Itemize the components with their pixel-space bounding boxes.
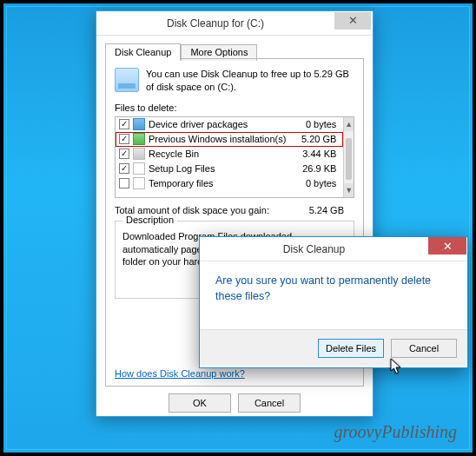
list-item-size: 0 bytes: [289, 119, 340, 129]
watermark: groovyPublishing: [334, 422, 457, 442]
scroll-up-button[interactable]: ▲: [344, 117, 354, 131]
list-item[interactable]: ✓Previous Windows installation(s)5.20 GB: [116, 132, 343, 147]
checkbox[interactable]: ✓: [119, 134, 129, 144]
disk-icon: [115, 68, 139, 92]
close-icon: ✕: [348, 14, 358, 27]
desktop-background: Disk Cleanup for (C:) ✕ Disk Cleanup Mor…: [3, 3, 473, 453]
tab-disk-cleanup[interactable]: Disk Cleanup: [105, 43, 181, 60]
list-item-name: Setup Log Files: [149, 163, 286, 174]
help-link[interactable]: How does Disk Cleanup work?: [115, 368, 245, 379]
files-to-delete-label: Files to delete:: [115, 102, 354, 113]
ok-button[interactable]: OK: [169, 393, 231, 413]
tab-strip: Disk Cleanup More Options: [105, 43, 364, 59]
checkbox[interactable]: ✓: [119, 119, 129, 129]
intro-text: You can use Disk Cleanup to free up to 5…: [146, 68, 354, 94]
intro-row: You can use Disk Cleanup to free up to 5…: [115, 68, 354, 94]
main-button-row: OK Cancel: [105, 387, 364, 413]
list-item-name: Recycle Bin: [149, 149, 286, 159]
list-item-size: 0 bytes: [289, 178, 340, 188]
total-value: 5.24 GB: [276, 205, 354, 215]
list-item[interactable]: ✓Device driver packages0 bytes: [116, 117, 343, 132]
confirm-button-row: Delete Files Cancel: [200, 329, 467, 366]
checkbox[interactable]: [119, 178, 129, 188]
list-item-size: 3.44 KB: [289, 149, 340, 159]
list-item-size: 5.20 GB: [289, 134, 340, 144]
list-item-name: Previous Windows installation(s): [149, 134, 286, 144]
list-item[interactable]: Temporary files0 bytes: [116, 176, 343, 191]
checkbox[interactable]: ✓: [119, 163, 129, 174]
close-icon: ✕: [443, 240, 453, 253]
green-icon: [133, 133, 145, 145]
scroll-track[interactable]: [344, 131, 354, 183]
checkbox[interactable]: ✓: [119, 149, 129, 159]
list-item[interactable]: ✓Setup Log Files26.9 KB: [116, 162, 343, 176]
scroll-down-button[interactable]: ▼: [344, 183, 354, 197]
confirm-message: Are you sure you want to permanently del…: [200, 261, 467, 329]
window-title: Disk Cleanup for (C:): [96, 17, 334, 30]
files-list-body: ✓Device driver packages0 bytes✓Previous …: [116, 117, 343, 197]
bin-icon: [133, 148, 145, 160]
scroll-thumb[interactable]: [346, 138, 352, 180]
scrollbar[interactable]: ▲ ▼: [343, 117, 354, 197]
confirm-close-button[interactable]: ✕: [428, 237, 466, 254]
confirm-cancel-button[interactable]: Cancel: [391, 339, 457, 358]
list-item-name: Temporary files: [149, 178, 286, 188]
list-item[interactable]: ✓Recycle Bin3.44 KB: [116, 147, 343, 162]
confirm-titlebar[interactable]: Disk Cleanup ✕: [200, 237, 467, 261]
blue-icon: [133, 118, 145, 130]
window-close-button[interactable]: ✕: [334, 12, 371, 30]
description-legend: Description: [122, 215, 177, 225]
cancel-button[interactable]: Cancel: [238, 393, 301, 413]
delete-files-button[interactable]: Delete Files: [318, 339, 384, 358]
files-listbox[interactable]: ✓Device driver packages0 bytes✓Previous …: [115, 116, 354, 198]
list-item-name: Device driver packages: [149, 119, 286, 129]
file-icon: [133, 177, 145, 189]
list-item-size: 26.9 KB: [289, 163, 340, 174]
confirm-title: Disk Cleanup: [200, 243, 428, 255]
confirm-dialog: Disk Cleanup ✕ Are you sure you want to …: [199, 236, 468, 368]
file-icon: [133, 162, 145, 175]
titlebar[interactable]: Disk Cleanup for (C:) ✕: [96, 11, 373, 36]
